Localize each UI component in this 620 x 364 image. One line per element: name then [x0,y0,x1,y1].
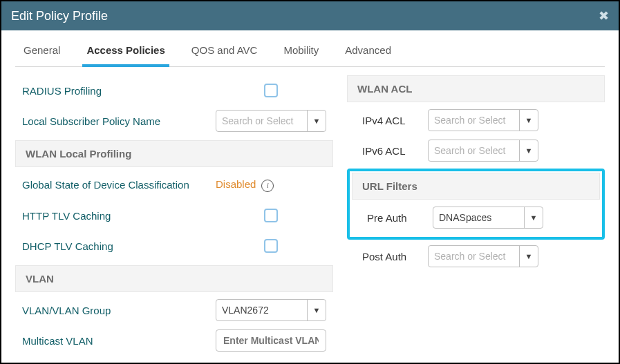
radius-profiling-checkbox[interactable] [264,84,278,97]
vlan-group-value: VLAN2672 [216,300,307,320]
multicast-vlan-label: Multicast VLAN [22,335,216,347]
pre-auth-label: Pre Auth [367,212,433,224]
global-state-label: Global State of Device Classification [22,179,216,191]
dhcp-tlv-label: DHCP TLV Caching [22,240,216,252]
radius-profiling-label: RADIUS Profiling [22,85,216,97]
ipv4-acl-select[interactable]: Search or Select [428,109,538,131]
dhcp-tlv-checkbox[interactable] [264,239,278,253]
chevron-down-icon [519,246,538,267]
tab-access-policies[interactable]: Access Policies [82,35,169,67]
vlan-group-select[interactable]: VLAN2672 [216,299,326,321]
close-icon[interactable]: ✖ [599,8,609,23]
tab-general[interactable]: General [19,35,64,66]
vlan-header: VLAN [15,265,333,292]
tab-mobility[interactable]: Mobility [279,35,323,66]
post-auth-value: Search or Select [429,246,519,267]
post-auth-select[interactable]: Search or Select [428,245,538,267]
pre-auth-value: DNASpaces [433,207,524,228]
chevron-down-icon [519,110,538,131]
post-auth-label: Post Auth [362,251,428,262]
vlan-group-label: VLAN/VLAN Group [22,305,216,316]
ipv4-acl-label: IPv4 ACL [362,115,428,126]
pre-auth-select[interactable]: DNASpaces [433,207,543,229]
global-state-value: Disabled [216,178,256,190]
ipv4-acl-value: Search or Select [429,110,519,131]
ipv6-acl-select[interactable]: Search or Select [428,140,538,162]
http-tlv-label: HTTP TLV Caching [22,210,216,222]
ipv6-acl-label: IPv6 ACL [362,145,428,157]
local-subscriber-policy-select[interactable]: Search or Select [216,110,326,132]
multicast-vlan-input[interactable] [216,329,326,352]
local-subscriber-policy-label: Local Subscriber Policy Name [22,115,216,127]
http-tlv-checkbox[interactable] [264,209,278,222]
chevron-down-icon [307,111,326,131]
tab-bar: General Access Policies QOS and AVC Mobi… [15,35,605,67]
chevron-down-icon [519,140,538,161]
url-filters-highlight: URL Filters Pre Auth DNASpaces [347,169,605,240]
tab-advanced[interactable]: Advanced [341,35,395,66]
wlan-local-profiling-header: WLAN Local Profiling [15,140,333,167]
ipv6-acl-value: Search or Select [429,140,519,161]
local-subscriber-policy-value: Search or Select [216,111,307,131]
info-icon[interactable]: i [261,180,274,192]
dialog-title: Edit Policy Profile [11,9,108,23]
chevron-down-icon [524,207,543,228]
tab-qos-avc[interactable]: QOS and AVC [187,35,262,66]
wlan-acl-header: WLAN ACL [347,75,605,102]
url-filters-header: URL Filters [352,173,600,200]
chevron-down-icon [307,300,326,320]
